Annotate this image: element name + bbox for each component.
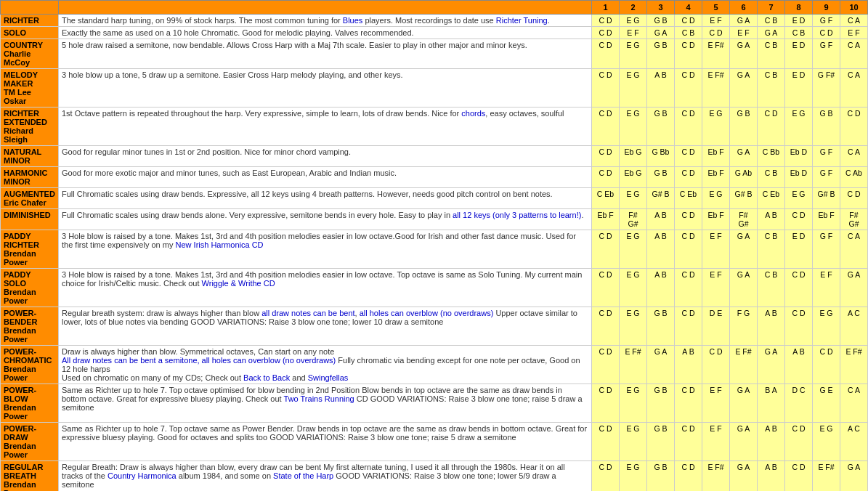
note-hole-10: F# G#: [840, 209, 868, 230]
note-hole-6: G A: [730, 230, 758, 269]
note-hole-5: Eb F: [702, 167, 730, 188]
hole-1-header: 1: [592, 1, 620, 15]
hole-4-header: 4: [675, 1, 702, 15]
table-row: RICHTERThe standard harp tuning, on 99% …: [1, 15, 868, 27]
table-body: RICHTERThe standard harp tuning, on 99% …: [1, 15, 868, 492]
features-cell: 3 Hole blow is raised by a tone. Makes 1…: [59, 269, 592, 307]
note-hole-9: E G: [813, 423, 840, 461]
note-hole-3: G B: [647, 307, 675, 346]
note-hole-1: C D: [592, 307, 620, 346]
note-hole-6: G A: [730, 461, 758, 492]
note-hole-9: G E: [813, 384, 840, 423]
hole-2-header: 2: [620, 1, 647, 15]
note-hole-8: E D: [785, 69, 813, 107]
tuning-cell: NATURALMINOR: [1, 146, 59, 167]
note-hole-3: G B: [647, 107, 675, 146]
note-hole-3: A B: [647, 230, 675, 269]
note-hole-5: E F: [702, 15, 730, 27]
features-cell: The standard harp tuning, on 99% of stoc…: [59, 15, 592, 27]
note-hole-5: E F#: [702, 461, 730, 492]
hole-10-header: 10: [840, 1, 868, 15]
note-hole-2: E G: [620, 307, 647, 346]
note-hole-3: G# B: [647, 188, 675, 209]
note-hole-1: Eb F: [592, 209, 620, 230]
note-hole-9: G# B: [813, 188, 840, 209]
note-hole-1: C D: [592, 167, 620, 188]
note-hole-8: E G: [785, 107, 813, 146]
table-row: POWER-BENDERBrendan PowerRegular breath …: [1, 307, 868, 346]
note-hole-3: A B: [647, 209, 675, 230]
note-hole-6: F# G#: [730, 209, 758, 230]
note-hole-4: C B: [675, 27, 702, 39]
table-row: POWER-CHROMATICBrendan PowerDraw is alwa…: [1, 346, 868, 384]
tuning-cell: POWER-BENDERBrendan Power: [1, 307, 59, 346]
note-hole-7: G A: [758, 27, 785, 39]
note-hole-4: C D: [675, 461, 702, 492]
note-hole-9: G F: [813, 15, 840, 27]
note-hole-6: G A: [730, 384, 758, 423]
note-hole-6: G A: [730, 269, 758, 307]
note-hole-6: G# B: [730, 188, 758, 209]
note-hole-3: A B: [647, 269, 675, 307]
note-hole-10: G A: [840, 461, 868, 492]
table-row: PADDY SOLOBrendan Power3 Hole blow is ra…: [1, 269, 868, 307]
note-hole-4: C D: [675, 230, 702, 269]
note-hole-4: C Eb: [675, 188, 702, 209]
note-hole-9: E F: [813, 269, 840, 307]
table-row: POWER-DRAWBrendan PowerSame as Richter u…: [1, 423, 868, 461]
note-hole-3: G B: [647, 39, 675, 69]
note-hole-7: C D: [758, 107, 785, 146]
note-hole-8: C D: [785, 461, 813, 492]
note-hole-4: C D: [675, 15, 702, 27]
note-hole-9: G F: [813, 146, 840, 167]
note-hole-4: C D: [675, 39, 702, 69]
hole-9-header: 9: [813, 1, 840, 15]
features-cell: Draw is always higher than blow. Symmetr…: [59, 346, 592, 384]
note-hole-1: C D: [592, 423, 620, 461]
note-hole-2: E G: [620, 107, 647, 146]
note-hole-9: C D: [813, 346, 840, 384]
note-hole-4: C D: [675, 384, 702, 423]
note-hole-9: E F#: [813, 461, 840, 492]
note-hole-5: E F#: [702, 39, 730, 69]
note-hole-6: G A: [730, 69, 758, 107]
note-hole-3: G A: [647, 27, 675, 39]
note-hole-7: A B: [758, 423, 785, 461]
features-cell: Regular Breath: Draw is always higher th…: [59, 461, 592, 492]
note-hole-10: C A: [840, 384, 868, 423]
note-hole-3: G B: [647, 384, 675, 423]
note-hole-1: C D: [592, 69, 620, 107]
tuning-column-header: [1, 1, 59, 15]
note-hole-10: C D: [840, 188, 868, 209]
note-hole-5: C D: [702, 27, 730, 39]
note-hole-7: G A: [758, 346, 785, 384]
note-hole-4: C D: [675, 146, 702, 167]
note-hole-9: G F#: [813, 69, 840, 107]
tuning-table: 1 2 3 4 5 6 7 8 9 10 RICHTERThe standard…: [0, 0, 868, 491]
note-hole-1: C D: [592, 346, 620, 384]
tuning-cell: PADDYRICHTERBrendan Power: [1, 230, 59, 269]
note-hole-6: E F#: [730, 346, 758, 384]
note-hole-9: E G: [813, 307, 840, 346]
note-hole-3: A B: [647, 69, 675, 107]
note-hole-5: E F: [702, 269, 730, 307]
table-row: COUNTRYCharlie McCoy5 hole draw raised a…: [1, 39, 868, 69]
note-hole-10: A C: [840, 307, 868, 346]
note-hole-7: C B: [758, 230, 785, 269]
note-hole-3: G B: [647, 167, 675, 188]
note-hole-8: C D: [785, 269, 813, 307]
table-row: AUGMENTEDEric ChaferFull Chromatic scale…: [1, 188, 868, 209]
features-cell: Regular breath system: draw is always hi…: [59, 307, 592, 346]
hole-5-header: 5: [702, 1, 730, 15]
note-hole-9: C D: [813, 27, 840, 39]
note-hole-8: Eb D: [785, 146, 813, 167]
note-hole-10: A C: [840, 423, 868, 461]
note-hole-10: E F: [840, 27, 868, 39]
note-hole-8: C D: [785, 209, 813, 230]
note-hole-7: C B: [758, 69, 785, 107]
note-hole-6: G A: [730, 423, 758, 461]
note-hole-9: G F: [813, 39, 840, 69]
note-hole-5: C D: [702, 346, 730, 384]
note-hole-6: G Ab: [730, 167, 758, 188]
note-hole-4: C D: [675, 423, 702, 461]
